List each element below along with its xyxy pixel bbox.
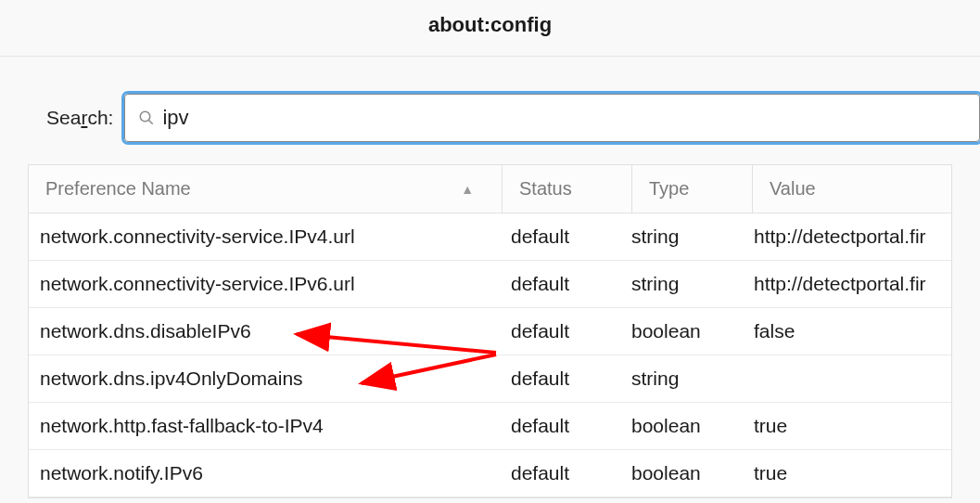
pref-value: false xyxy=(752,308,951,355)
pref-value: http://detectportal.fir xyxy=(752,261,951,307)
sort-ascending-icon: ▲ xyxy=(461,182,474,197)
pref-status: default xyxy=(502,355,631,402)
pref-status: default xyxy=(502,403,631,449)
search-input[interactable] xyxy=(162,106,966,130)
search-icon xyxy=(138,110,155,126)
pref-type: string xyxy=(631,261,752,307)
column-header-type-label: Type xyxy=(649,178,689,200)
search-bar: Search: xyxy=(0,57,980,164)
pref-status: default xyxy=(502,261,631,307)
search-input-wrapper[interactable] xyxy=(124,94,980,142)
svg-line-1 xyxy=(149,120,154,124)
pref-value: true xyxy=(752,403,951,449)
column-header-type[interactable]: Type xyxy=(631,165,752,213)
table-row[interactable]: network.notify.IPv6defaultbooleantrue xyxy=(29,450,951,497)
pref-type: string xyxy=(631,355,752,402)
svg-point-0 xyxy=(141,111,151,122)
column-header-status[interactable]: Status xyxy=(502,165,631,213)
pref-status: default xyxy=(502,308,631,355)
pref-type: string xyxy=(631,213,752,260)
pref-value: http://detectportal.fir xyxy=(752,213,951,260)
pref-name: network.notify.IPv6 xyxy=(29,450,502,497)
table-header: Preference Name ▲ Status Type Value xyxy=(29,165,951,213)
search-label: Search: xyxy=(46,107,113,129)
pref-name: network.dns.ipv4OnlyDomains xyxy=(29,355,502,402)
column-header-value-label: Value xyxy=(770,178,816,200)
pref-name: network.dns.disableIPv6 xyxy=(29,308,502,355)
pref-value: true xyxy=(752,450,951,497)
pref-name: network.connectivity-service.IPv6.url xyxy=(29,261,502,307)
pref-name: network.http.fast-fallback-to-IPv4 xyxy=(29,403,502,449)
pref-type: boolean xyxy=(631,403,752,449)
pref-status: default xyxy=(502,450,631,497)
column-header-name-label: Preference Name xyxy=(45,178,191,200)
pref-status: default xyxy=(502,213,631,260)
table-row[interactable]: network.dns.disableIPv6defaultbooleanfal… xyxy=(29,308,951,355)
pref-value xyxy=(752,355,951,402)
column-header-status-label: Status xyxy=(519,178,572,200)
pref-type: boolean xyxy=(631,308,752,355)
page-title: about:config xyxy=(0,13,980,37)
table-row[interactable]: network.http.fast-fallback-to-IPv4defaul… xyxy=(29,403,951,450)
table-row[interactable]: network.connectivity-service.IPv6.urldef… xyxy=(29,261,951,308)
table-row[interactable]: network.connectivity-service.IPv4.urldef… xyxy=(29,213,951,261)
pref-type: boolean xyxy=(631,450,752,497)
column-header-value[interactable]: Value xyxy=(752,165,951,213)
table-row[interactable]: network.dns.ipv4OnlyDomainsdefaultstring xyxy=(29,355,951,403)
preferences-table: Preference Name ▲ Status Type Value netw… xyxy=(28,164,952,498)
pref-name: network.connectivity-service.IPv4.url xyxy=(29,213,502,260)
page-header: about:config xyxy=(0,0,980,57)
column-header-name[interactable]: Preference Name ▲ xyxy=(29,165,502,213)
